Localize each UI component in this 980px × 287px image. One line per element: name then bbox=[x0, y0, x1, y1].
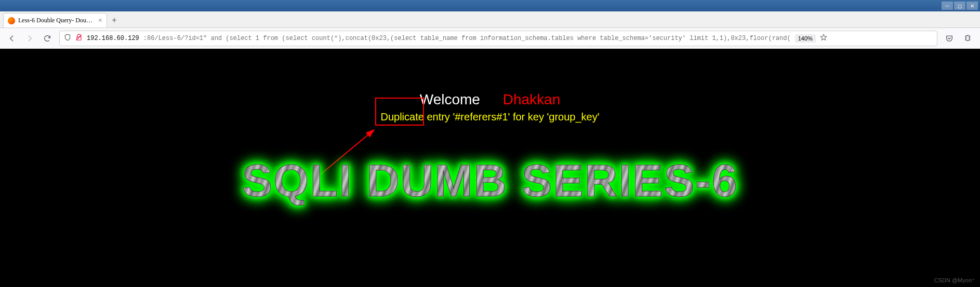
tab-title: Less-6 Double Query- Double Quo bbox=[18, 17, 95, 24]
dhakkan-text: Dhakkan bbox=[503, 91, 561, 107]
window-minimize-button[interactable]: ─ bbox=[942, 2, 953, 10]
welcome-line: Welcome Dhakkan bbox=[0, 49, 980, 108]
new-tab-button[interactable]: + bbox=[107, 13, 122, 28]
tab-bar: Less-6 Double Query- Double Quo × + bbox=[0, 11, 980, 28]
window-maximize-button[interactable]: ◻ bbox=[954, 2, 965, 10]
extensions-button[interactable] bbox=[962, 33, 974, 44]
puzzle-icon bbox=[964, 34, 972, 43]
watermark-text: CSDN @Myon⁺ bbox=[934, 277, 975, 284]
banner-title: SQLI DUMB SERIES-6 bbox=[0, 154, 980, 207]
nav-bar: 192.168.60.129 :86/Less-6/?id=1" and (se… bbox=[0, 28, 980, 49]
reload-icon bbox=[43, 34, 51, 43]
url-path: :86/Less-6/?id=1" and (select 1 from (se… bbox=[143, 35, 791, 42]
welcome-text: Welcome bbox=[420, 91, 480, 107]
bookmark-star-icon[interactable] bbox=[820, 34, 827, 43]
arrow-left-icon bbox=[8, 34, 16, 43]
shield-icon bbox=[64, 34, 71, 43]
back-button[interactable] bbox=[6, 33, 18, 44]
url-bar[interactable]: 192.168.60.129 :86/Less-6/?id=1" and (se… bbox=[59, 31, 937, 46]
window-close-button[interactable]: ✕ bbox=[966, 2, 978, 10]
save-pocket-button[interactable] bbox=[944, 33, 955, 44]
browser-tab[interactable]: Less-6 Double Query- Double Quo × bbox=[3, 13, 107, 28]
url-host: 192.168.60.129 bbox=[87, 35, 139, 42]
firefox-favicon-icon bbox=[8, 17, 15, 24]
lock-insecure-icon bbox=[75, 34, 83, 43]
reload-button[interactable] bbox=[42, 33, 53, 44]
arrow-right-icon bbox=[25, 34, 34, 43]
sql-error-text: Duplicate entry '#referers#1' for key 'g… bbox=[0, 111, 980, 123]
pocket-icon bbox=[945, 34, 953, 43]
tab-close-icon[interactable]: × bbox=[98, 17, 102, 25]
window-titlebar: ─ ◻ ✕ bbox=[0, 0, 980, 11]
page-content: Welcome Dhakkan Duplicate entry '#refere… bbox=[0, 49, 980, 287]
forward-button[interactable] bbox=[24, 33, 35, 44]
zoom-indicator[interactable]: 140% bbox=[795, 34, 816, 43]
